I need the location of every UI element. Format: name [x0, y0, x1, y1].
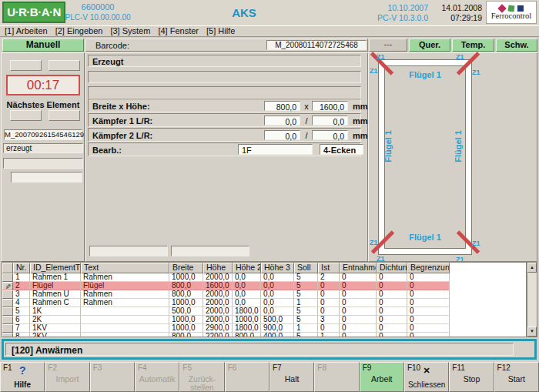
fkey-f10-schliessen-button[interactable]: F10✕Schliessen: [404, 362, 449, 392]
table-cell: 0,0: [261, 299, 294, 307]
scroll-up-icon[interactable]: ▲: [527, 263, 537, 273]
table-cell: 0: [318, 282, 340, 290]
header: U·R·B·A·N 6600000 PLC-V 10.00.00.00 AKS …: [0, 0, 539, 25]
unit-label: mm: [353, 131, 368, 140]
brand-name: Ferrocontrol: [487, 12, 536, 20]
table-cell: 800,0: [169, 282, 203, 290]
bearb-code-input[interactable]: 1F: [238, 144, 313, 155]
elements-table: Nr.ID_ElementTypTextBreiteHöheHöhe 2Höhe…: [2, 262, 527, 337]
row-selector[interactable]: [2, 299, 13, 307]
table-cell: 2: [13, 282, 30, 290]
table-cell: 5: [294, 333, 318, 337]
table-filler: [450, 333, 526, 337]
table-cell: 1: [294, 324, 318, 333]
table-row-6[interactable]: 62K1000,02000,01000,0500,053000: [2, 316, 526, 324]
bearb-label: Bearb.:: [92, 146, 122, 155]
table-filler: [450, 316, 526, 324]
next-element-id-field[interactable]: M_20070926154546129: [4, 129, 82, 140]
fkey-f1-hilfe-button[interactable]: F1?Hilfe: [0, 362, 45, 392]
fkey-label: Halt: [271, 375, 313, 384]
table-row-7[interactable]: 71KV1000,02900,01800,0900,010000: [2, 324, 526, 333]
table-cell: 0: [340, 316, 377, 324]
row-selector[interactable]: [2, 273, 13, 282]
scroll-down-icon[interactable]: ▼: [527, 327, 537, 337]
table-cell: 800,0: [169, 290, 203, 299]
table-cell: 1: [318, 333, 340, 337]
table-cell: 800,0: [169, 333, 203, 337]
row-selector[interactable]: [2, 324, 13, 333]
table-cell: 2K: [30, 316, 81, 324]
aks-window: { "header": { "logo_text": "U·R·B·A·N", …: [0, 0, 539, 392]
separator: x: [302, 102, 311, 111]
table-cell: 0: [340, 273, 377, 282]
empty-field: [88, 86, 361, 99]
mode-button[interactable]: Manuell: [2, 39, 84, 52]
ferrocontrol-shapes-icon: [487, 2, 536, 12]
table-row-4[interactable]: 4Rahmen CRahmen1000,02000,00,00,010000: [2, 299, 526, 307]
table-cell: 0: [407, 324, 450, 333]
fkey-f9-arbeit-button[interactable]: F9Arbeit: [360, 362, 404, 392]
table-cell: Rahmen C: [30, 299, 81, 307]
menu-bar: [1] Arbeiten[2] Eingeben[3] System[4] Fe…: [0, 25, 539, 37]
more-button[interactable]: ---: [369, 39, 407, 52]
fkey-f11-stop-button[interactable]: F11Stop: [449, 362, 494, 392]
kaempfer2-right-input[interactable]: 0,0: [312, 130, 348, 140]
column-header: Höhe: [203, 263, 233, 273]
fkey-number: F8: [317, 364, 326, 372]
fkey-number: F5: [182, 364, 192, 372]
table-cell: 0: [407, 333, 450, 337]
menu-item-5[interactable]: [5] Hilfe: [204, 26, 240, 36]
row-selector[interactable]: ✎: [2, 282, 13, 290]
plc-version: PLC-V 10.00.00.00: [63, 12, 132, 22]
table-row-5[interactable]: 51K500,02000,01800,00,050000: [2, 307, 526, 316]
unit-label: mm: [353, 116, 368, 126]
table-row-2[interactable]: ✎2FlügelFlügel800,01600,00,00,050000: [2, 282, 526, 290]
fkey-label: Stop: [450, 375, 492, 384]
question-icon: ?: [1, 364, 44, 377]
temp-button[interactable]: Temp.: [452, 39, 494, 52]
bearb-type-input[interactable]: 4-Ecken: [320, 144, 363, 155]
table-cell: 1600,0: [203, 282, 233, 290]
table-cell: 5: [294, 290, 318, 299]
row-selector[interactable]: [2, 307, 13, 316]
table-cell: 8: [13, 333, 30, 337]
row-selector[interactable]: [2, 290, 13, 299]
width-input[interactable]: 800,0: [264, 101, 300, 111]
row-selector[interactable]: [2, 316, 13, 324]
machine-info: 6600000 PLC-V 10.00.00.00: [63, 2, 132, 22]
table-row-1[interactable]: 1Rahmen 1Rahmen1000,02000,00,00,052000: [2, 273, 526, 282]
table-cell: Rahmen U: [30, 290, 81, 299]
table-cell: 5: [294, 273, 318, 282]
kaempfer1-left-input[interactable]: 0,0: [264, 116, 300, 126]
menu-item-2[interactable]: [2] Eingeben: [53, 26, 109, 36]
row-selector[interactable]: [2, 333, 13, 337]
fkey-label: Hilfe: [2, 380, 43, 389]
kaempfer1-right-input[interactable]: 0,0: [312, 116, 348, 126]
counter-field: [49, 110, 80, 121]
fkey-f12-start-button[interactable]: F12Start: [494, 362, 539, 392]
table-row-8[interactable]: 82KV800,02200,0800,0400,051000: [2, 333, 526, 337]
fkey-label: Automatik: [136, 375, 178, 384]
kaempfer2-left-input[interactable]: 0,0: [264, 130, 300, 140]
menu-item-1[interactable]: [1] Arbeiten: [2, 26, 53, 36]
empty-field: [89, 246, 168, 256]
barcode-input[interactable]: M_20080114072725468: [266, 40, 367, 50]
table-cell: 0: [407, 273, 450, 282]
fkey-number: F7: [273, 364, 282, 372]
fkey-f8-button: F8: [314, 362, 359, 392]
table-filler: [450, 273, 526, 282]
table-row-3[interactable]: 3Rahmen URahmen800,02000,00,00,050000: [2, 290, 526, 299]
vertical-scrollbar[interactable]: ▲ ▼: [527, 262, 537, 337]
menu-item-4[interactable]: [4] Fenster: [156, 26, 204, 36]
fkey-f6-button: F6: [225, 362, 270, 392]
fkey-f7-halt-button[interactable]: F7Halt: [270, 362, 314, 392]
height-input[interactable]: 1600,0: [312, 101, 348, 111]
dimension-label: Breite x Höhe:: [92, 102, 150, 111]
fkey-label: Import: [46, 375, 88, 384]
quer-button[interactable]: Quer.: [409, 39, 450, 52]
schw-button[interactable]: Schw.: [496, 39, 537, 52]
table-cell: 3: [318, 316, 340, 324]
element-status-field: Erzeugt: [88, 55, 361, 67]
menu-item-3[interactable]: [3] System: [108, 26, 156, 36]
dimension-row: Breite x Höhe: 800,0 x 1600,0 mm: [88, 99, 361, 112]
